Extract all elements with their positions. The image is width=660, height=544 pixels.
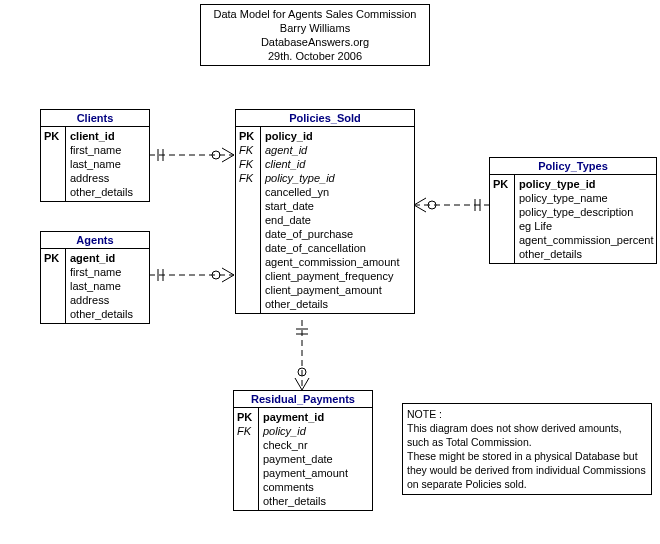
col: client_id [265, 157, 400, 171]
col: other_details [265, 297, 400, 311]
note-box: NOTE : This diagram does not show derive… [402, 403, 652, 495]
entity-header: Policies_Sold [236, 110, 414, 127]
col: first_name [70, 143, 133, 157]
key-marker: PK [237, 410, 255, 424]
note-line: such as Total Commission. [407, 435, 647, 449]
col: end_date [265, 213, 400, 227]
col: agent_id [265, 143, 400, 157]
svg-line-3 [222, 148, 234, 155]
title-box: Data Model for Agents Sales Commission B… [200, 4, 430, 66]
key-marker: PK [44, 129, 62, 143]
title-line: Barry Williams [209, 21, 421, 35]
rel-policies-residual [295, 320, 309, 390]
note-line: These might be stored in a physical Data… [407, 449, 647, 463]
col: client_payment_frequency [265, 269, 400, 283]
svg-point-23 [298, 368, 306, 376]
col: other_details [519, 247, 654, 261]
key-marker: PK [239, 129, 257, 143]
col: eg Life [519, 219, 654, 233]
col: agent_id [70, 251, 133, 265]
col: other_details [70, 185, 133, 199]
col: address [70, 171, 133, 185]
key-marker: FK [239, 143, 257, 157]
col: cancelled_yn [265, 185, 400, 199]
svg-point-5 [212, 151, 220, 159]
key-marker: PK [493, 177, 511, 191]
title-line: 29th. October 2006 [209, 49, 421, 63]
key-marker: FK [239, 157, 257, 171]
col: policy_id [265, 129, 400, 143]
entity-agents: Agents PK agent_id first_name last_name … [40, 231, 150, 324]
col: policy_type_name [519, 191, 654, 205]
svg-line-10 [222, 275, 234, 282]
entity-header: Policy_Types [490, 158, 656, 175]
col: policy_type_id [265, 171, 400, 185]
col: other_details [70, 307, 133, 321]
col: last_name [70, 279, 133, 293]
entity-header: Residual_Payments [234, 391, 372, 408]
col: agent_commission_percent [519, 233, 654, 247]
col: address [70, 293, 133, 307]
col: date_of_cancellation [265, 241, 400, 255]
svg-line-4 [222, 155, 234, 162]
key-marker: FK [239, 171, 257, 185]
col: client_payment_amount [265, 283, 400, 297]
title-line: DatabaseAnswers.org [209, 35, 421, 49]
entity-clients: Clients PK client_id first_name last_nam… [40, 109, 150, 202]
note-line: they would be derived from individual Co… [407, 463, 647, 477]
note-line: This diagram does not show derived amoun… [407, 421, 647, 435]
entity-header: Agents [41, 232, 149, 249]
rel-clients-policies [149, 148, 234, 162]
rel-agents-policies [149, 268, 234, 282]
svg-line-22 [302, 378, 309, 390]
entity-policies-sold: Policies_Sold PK FK FK FK policy_id agen… [235, 109, 415, 314]
svg-line-21 [295, 378, 302, 390]
col: date_of_purchase [265, 227, 400, 241]
col: other_details [263, 494, 348, 508]
col: agent_commission_amount [265, 255, 400, 269]
col: payment_date [263, 452, 348, 466]
key-marker: PK [44, 251, 62, 265]
svg-line-13 [414, 198, 426, 205]
key-marker: FK [237, 424, 255, 438]
svg-line-9 [222, 268, 234, 275]
col: start_date [265, 199, 400, 213]
svg-point-15 [428, 201, 436, 209]
col: last_name [70, 157, 133, 171]
col: policy_type_description [519, 205, 654, 219]
col: policy_id [263, 424, 348, 438]
col: comments [263, 480, 348, 494]
rel-policies-policytypes [414, 198, 489, 212]
col: client_id [70, 129, 133, 143]
col: payment_amount [263, 466, 348, 480]
col: first_name [70, 265, 133, 279]
col: payment_id [263, 410, 348, 424]
svg-point-11 [212, 271, 220, 279]
title-line: Data Model for Agents Sales Commission [209, 7, 421, 21]
col: policy_type_id [519, 177, 654, 191]
svg-line-14 [414, 205, 426, 212]
note-line: NOTE : [407, 407, 647, 421]
entity-policy-types: Policy_Types PK policy_type_id policy_ty… [489, 157, 657, 264]
col: check_nr [263, 438, 348, 452]
entity-header: Clients [41, 110, 149, 127]
note-line: on separate Policies sold. [407, 477, 647, 491]
entity-residual-payments: Residual_Payments PK FK payment_id polic… [233, 390, 373, 511]
